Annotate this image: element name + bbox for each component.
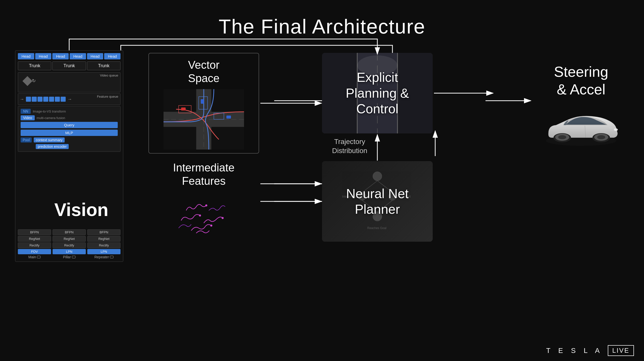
car-svg (541, 105, 621, 151)
trunk-chip: Trunk (18, 61, 51, 70)
repeater-camera-col: BFPN RegNet Rectify LPN Repeater (87, 229, 120, 259)
pool-chip: Pool (21, 137, 32, 142)
rectify-chip: Rectify (18, 242, 51, 248)
bfpn-chip3: BFPN (87, 229, 120, 235)
head-chip: Head (70, 53, 86, 59)
context-chip: context summary (34, 137, 65, 142)
svg-point-13 (205, 204, 207, 206)
svg-rect-10 (181, 107, 186, 111)
head-row: Head Head Head Head Head Head (15, 51, 123, 60)
svg-text:Reaches Goal: Reaches Goal (367, 226, 386, 230)
svg-point-14 (199, 214, 201, 216)
query-section: NN Image-to-VS transform Video multi-cam… (18, 106, 120, 152)
svg-point-16 (210, 225, 212, 227)
bfpn-chip2: BFPN (53, 229, 86, 235)
mlp-chip: MLP (21, 130, 118, 136)
pred-chip: prediction encoder (36, 144, 69, 149)
bfpn-chip: BFPN (18, 229, 51, 235)
head-chip: Head (104, 53, 120, 59)
feature-queue-area: → → Feature queue (18, 93, 120, 105)
head-chip: Head (35, 53, 52, 59)
neural-net-card: Intervention Discomfort Reaches Goal Neu… (322, 161, 433, 242)
tesla-wordmark: T E S L A (546, 347, 603, 355)
trunk-row: Trunk Trunk Trunk (15, 60, 123, 71)
camera-columns: BFPN RegNet Rectify FOV Main BFPN RegNet… (18, 229, 120, 259)
svg-rect-12 (166, 190, 242, 241)
pillar-label: Pillar (53, 255, 86, 259)
explicit-planning-label: Explicit Planning & Control (346, 69, 409, 117)
svg-point-41 (614, 128, 618, 131)
neural-net-label: Neural Net Planner (346, 186, 409, 217)
rectify-chip2: Rectify (53, 242, 86, 248)
intersection-visual (164, 89, 244, 150)
image-to-vs-label: Image-to-VS transform (33, 110, 66, 113)
feature-queue-label: Feature queue (97, 95, 118, 98)
lpn-chip2: LPN (87, 249, 120, 254)
vision-label: Vision (54, 199, 108, 220)
head-chip: Head (18, 53, 34, 59)
steering-label: Steering & Accel (554, 63, 608, 98)
svg-point-15 (222, 217, 224, 219)
svg-rect-43 (609, 126, 614, 129)
tesla-logo: T E S L A LIVE (546, 345, 634, 356)
head-chip: Head (52, 53, 69, 59)
head-chip: Head (87, 53, 103, 59)
svg-point-40 (597, 135, 605, 139)
svg-rect-9 (226, 116, 231, 119)
regnet-chip2: RegNet (53, 236, 86, 242)
video-queue-area: Video queue ↻ (18, 72, 120, 92)
intermediate-label: Intermediate Features (148, 161, 259, 188)
pillar-camera-col: BFPN RegNet Rectify LPN Pillar (53, 229, 86, 259)
page-title: The Final Architecture (219, 15, 425, 38)
trajectory-distribution-label: Trajectory Distribution (325, 137, 375, 156)
vision-block: Head Head Head Head Head Head Trunk Trun… (15, 50, 123, 262)
slide: The Final Architecture (0, 0, 644, 361)
vector-space-section: Vector Space (148, 53, 259, 154)
query-chip: Query (21, 122, 118, 128)
pedestrian-visual (166, 190, 242, 241)
vector-space-label: Vector Space (188, 58, 220, 85)
lpn-chip: LPN (53, 249, 86, 254)
video-chip: Video (21, 115, 35, 120)
repeater-label: Repeater (87, 255, 120, 259)
svg-point-37 (558, 135, 566, 139)
trunk-chip: Trunk (52, 61, 86, 70)
regnet-chip: RegNet (18, 236, 51, 242)
far-right-section: Steering & Accel (533, 63, 629, 151)
intermediate-features-section: Intermediate Features (148, 161, 259, 244)
regnet-chip3: RegNet (87, 236, 120, 242)
multicam-label: multi-camera fusion (37, 116, 65, 120)
car-illustration (541, 105, 621, 151)
nn-chip: NN (21, 109, 31, 114)
main-label: Main (18, 255, 51, 259)
trunk-chip: Trunk (87, 61, 120, 70)
video-queue-label: Video queue (100, 74, 118, 77)
rectify-chip3: Rectify (87, 242, 120, 248)
explicit-planning-card: Explicit Planning & Control (322, 53, 433, 133)
fov-chip: FOV (18, 249, 51, 254)
live-badge: LIVE (608, 345, 634, 356)
svg-point-23 (373, 172, 382, 181)
svg-rect-11 (201, 99, 204, 104)
main-camera-col: BFPN RegNet Rectify FOV Main (18, 229, 51, 259)
